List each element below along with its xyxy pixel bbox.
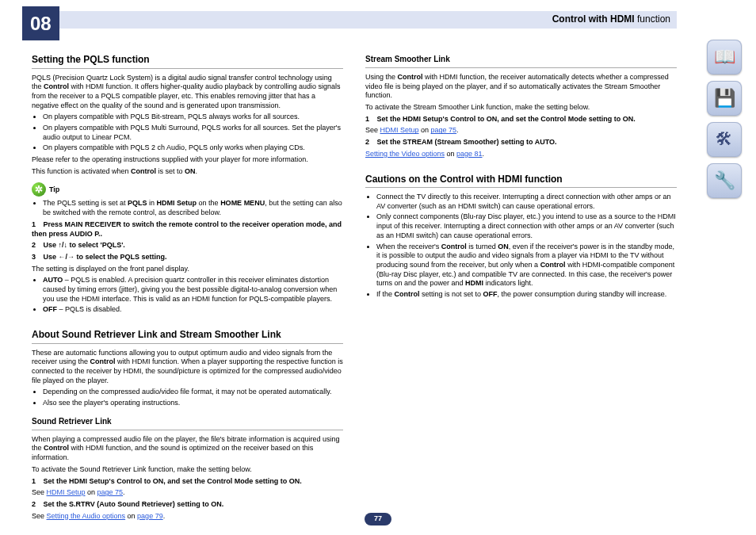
link-hdmi-setup[interactable]: HDMI Setup	[47, 488, 86, 496]
bullet-list: The PQLS setting is set at PQLS in HDMI …	[32, 199, 343, 217]
bullet-list: Depending on the compressed audio/video …	[32, 388, 343, 407]
link-page-75-2[interactable]: page 75	[431, 126, 457, 134]
rule	[32, 430, 343, 430]
link-video-options[interactable]: Setting the Video options	[365, 150, 445, 158]
sidebar-tools-icon[interactable]: 🔧	[707, 163, 742, 198]
body-text: To activate the Stream Smoother Link fun…	[365, 103, 677, 113]
body-text: Please refer to the operating instructio…	[32, 155, 343, 165]
list-item: Depending on the compressed audio/video …	[43, 388, 343, 397]
see-ref: See HDMI Setup on page 75.	[32, 488, 343, 498]
section-pqls-title: Setting the PQLS function	[32, 54, 343, 67]
section-cautions-title: Cautions on the Control with HDMI functi…	[365, 174, 677, 186]
step: 1 Set the HDMI Setup's Control to ON, an…	[32, 477, 343, 487]
step: 2 Use ↑/↓ to select 'PQLS'.	[32, 241, 343, 250]
link-page-81[interactable]: page 81	[456, 150, 483, 158]
rule	[365, 187, 677, 188]
list-item: AUTO – PQLS is enabled. A precision quar…	[43, 276, 343, 304]
sub-stream-smoother: Stream Smoother Link	[365, 54, 677, 64]
tip-icon: ✲	[32, 182, 46, 197]
body-text: Using the Control with HDMI function, th…	[365, 73, 677, 101]
chapter-badge: 08	[22, 6, 59, 40]
link-hdmi-setup-2[interactable]: HDMI Setup	[380, 126, 419, 134]
body-text: This function is activated when Control …	[32, 167, 343, 177]
content-area: Setting the PQLS function PQLS (Precisio…	[32, 40, 677, 503]
step: 2 Set the STREAM (Stream Smoother) setti…	[365, 138, 677, 147]
link-audio-options[interactable]: Setting the Audio options	[47, 512, 126, 520]
tip-label: Tip	[49, 185, 59, 195]
body-text: These are automatic functions allowing y…	[32, 349, 343, 386]
section-about-title: About Sound Retriever Link and Stream Sm…	[32, 329, 343, 342]
page-number: 77	[365, 513, 391, 525]
tip-row: ✲ Tip	[32, 182, 343, 197]
body-text: When playing a compressed audio file on …	[32, 435, 343, 463]
link-page-79[interactable]: page 79	[137, 512, 163, 520]
sub-sound-retriever: Sound Retriever Link	[32, 416, 343, 426]
list-item: On players compatible with PQLS 2 ch Aud…	[43, 143, 343, 153]
bullet-list: AUTO – PQLS is enabled. A precision quar…	[32, 276, 343, 315]
body-text: The setting is displayed on the front pa…	[32, 265, 343, 274]
list-item: Connect the TV directly to this receiver…	[376, 193, 677, 211]
link-page-75[interactable]: page 75	[97, 488, 124, 496]
list-item: If the Control setting is not set to OFF…	[376, 290, 677, 300]
list-item: On players compatible with PQLS Bit-stre…	[43, 113, 343, 122]
step: 2 Set the S.RTRV (Auto Sound Retriever) …	[32, 500, 343, 510]
list-item: On players compatible with PQLS Multi Su…	[43, 124, 343, 142]
list-item: When the receiver's Control is turned ON…	[376, 243, 677, 289]
list-item: Only connect components (Blu-ray Disc pl…	[376, 212, 677, 240]
rule	[32, 343, 343, 344]
header-title: Control with HDMI function	[552, 13, 670, 26]
body-text: To activate the Sound Retriever Link fun…	[32, 465, 343, 475]
sidebar-book-icon[interactable]: 📖	[707, 40, 742, 75]
step: 3 Use ←/→ to select the PQLS setting.	[32, 253, 343, 262]
body-text: PQLS (Precision Quartz Lock System) is a…	[32, 74, 343, 111]
bullet-list: On players compatible with PQLS Bit-stre…	[32, 113, 343, 153]
step: 1 Press MAIN RECEIVER to switch the remo…	[32, 220, 343, 239]
sidebar-device-icon[interactable]: 💾	[707, 81, 742, 116]
list-item: OFF – PQLS is disabled.	[43, 305, 343, 315]
left-column: Setting the PQLS function PQLS (Precisio…	[32, 40, 343, 503]
list-item: Also see the player's operating instruct…	[43, 399, 343, 408]
step: 1 Set the HDMI Setup's Control to ON, an…	[365, 115, 677, 124]
see-ref: See HDMI Setup on page 75.	[365, 126, 677, 136]
sidebar-help-icon[interactable]: 🛠	[707, 122, 742, 157]
list-item: The PQLS setting is set at PQLS in HDMI …	[43, 199, 343, 217]
bullet-list: Connect the TV directly to this receiver…	[365, 193, 677, 300]
rule	[365, 67, 677, 68]
see-ref: See Setting the Audio options on page 79…	[32, 512, 343, 522]
sidebar: 📖 💾 🛠 🔧	[707, 40, 746, 198]
rule	[32, 68, 343, 69]
see-ref: Setting the Video options on page 81.	[365, 150, 677, 159]
right-column: Stream Smoother Link Using the Control w…	[365, 40, 677, 503]
